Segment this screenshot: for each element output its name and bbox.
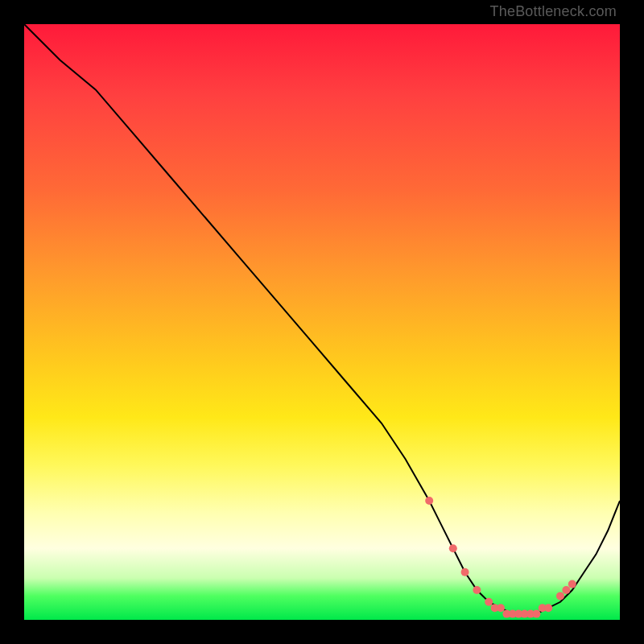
bottleneck-curve xyxy=(24,24,620,614)
chart-frame: { "watermark": "TheBottleneck.com", "col… xyxy=(0,0,644,644)
data-point xyxy=(532,610,540,618)
data-point xyxy=(544,604,552,612)
data-point xyxy=(449,544,457,552)
data-point xyxy=(568,580,576,588)
data-point xyxy=(556,592,564,600)
watermark-text: TheBottleneck.com xyxy=(490,3,617,20)
data-point xyxy=(461,568,469,576)
data-point xyxy=(497,604,505,612)
marker-group xyxy=(425,497,576,618)
plot-area xyxy=(24,24,620,620)
data-point xyxy=(485,598,493,606)
chart-svg xyxy=(24,24,620,620)
data-point xyxy=(425,497,433,505)
data-point xyxy=(473,586,481,594)
data-point xyxy=(562,586,570,594)
